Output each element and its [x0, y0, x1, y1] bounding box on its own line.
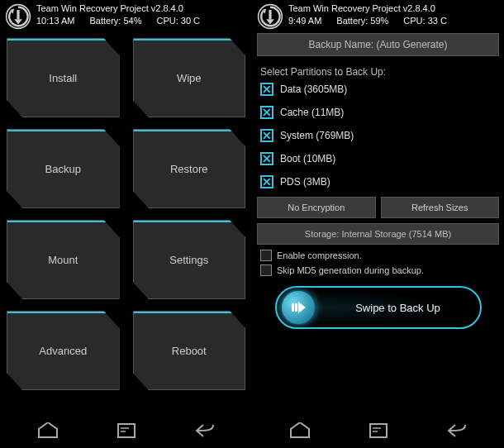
header-battery: Battery: 54%: [89, 16, 141, 26]
backup-name-button[interactable]: Backup Name: (Auto Generate): [257, 33, 499, 56]
screen-backup: Team Win Recovery Project v2.8.4.0 9:49 …: [252, 0, 504, 448]
header-info: Team Win Recovery Project v2.8.4.0 10:13…: [36, 3, 247, 26]
tile-label: Advanced: [39, 345, 87, 357]
checkbox-icon: [260, 265, 272, 276]
tile-label: Settings: [169, 254, 208, 266]
console-icon[interactable]: [362, 417, 395, 444]
checkbox-icon: ✕: [260, 129, 273, 142]
nav-bar: [252, 413, 504, 448]
svg-rect-7: [269, 10, 271, 19]
header-info: Team Win Recovery Project v2.8.4.0 9:49 …: [288, 3, 499, 26]
header: Team Win Recovery Project v2.8.4.0 10:13…: [0, 0, 252, 30]
select-partitions-label: Select Partitions to Back Up:: [252, 60, 504, 83]
header-stats: 10:13 AM Battery: 54% CPU: 30 C: [36, 16, 247, 26]
partition-checkbox-data[interactable]: ✕ Data (3605MB): [260, 83, 496, 96]
no-encryption-button[interactable]: No Encryption: [257, 197, 376, 218]
svg-marker-11: [298, 302, 306, 313]
tile-label: Reboot: [172, 345, 207, 357]
twrp-logo-icon: [257, 3, 283, 30]
header-battery: Battery: 59%: [336, 16, 388, 26]
partition-checkbox-pds[interactable]: ✕ PDS (3MB): [260, 175, 496, 188]
partition-checkbox-boot[interactable]: ✕ Boot (10MB): [260, 152, 496, 165]
back-icon[interactable]: [440, 417, 473, 444]
main-menu-grid: Install Wipe Backup Restore Mount Settin…: [0, 30, 252, 413]
back-icon[interactable]: [188, 417, 221, 444]
partition-label: PDS (3MB): [280, 176, 330, 188]
header-time: 9:49 AM: [288, 16, 321, 26]
partition-checkbox-cache[interactable]: ✕ Cache (11MB): [260, 106, 496, 119]
header-title: Team Win Recovery Project v2.8.4.0: [36, 3, 247, 13]
home-icon[interactable]: [283, 417, 316, 444]
svg-rect-9: [292, 303, 294, 312]
refresh-sizes-button[interactable]: Refresh Sizes: [381, 197, 500, 218]
tile-label: Wipe: [177, 72, 202, 84]
tile-advanced[interactable]: Advanced: [7, 311, 120, 390]
header-cpu: CPU: 33 C: [403, 16, 447, 26]
checkbox-icon: ✕: [260, 83, 273, 96]
tile-label: Backup: [45, 163, 81, 175]
swipe-handle-icon: [280, 289, 316, 326]
tile-install[interactable]: Install: [7, 38, 120, 117]
checkbox-icon: [260, 250, 272, 261]
header-stats: 9:49 AM Battery: 59% CPU: 33 C: [288, 16, 499, 26]
header-title: Team Win Recovery Project v2.8.4.0: [288, 3, 499, 13]
home-icon[interactable]: [31, 417, 64, 444]
option-label: Skip MD5 generation during backup.: [277, 265, 424, 275]
tile-wipe[interactable]: Wipe: [133, 38, 246, 117]
tile-backup[interactable]: Backup: [7, 129, 120, 208]
tile-label: Restore: [170, 163, 208, 175]
header: Team Win Recovery Project v2.8.4.0 9:49 …: [252, 0, 504, 30]
svg-rect-4: [118, 424, 135, 437]
nav-bar: [0, 413, 252, 448]
tile-label: Mount: [48, 254, 78, 266]
button-row: No Encryption Refresh Sizes: [252, 188, 504, 222]
tile-mount[interactable]: Mount: [7, 220, 120, 299]
screen-main-menu: Team Win Recovery Project v2.8.4.0 10:13…: [0, 0, 252, 448]
tile-label: Install: [49, 72, 77, 84]
svg-rect-10: [295, 303, 297, 312]
checkbox-icon: ✕: [260, 152, 273, 165]
partition-label: System (769MB): [280, 130, 354, 141]
storage-button[interactable]: Storage: Internal Storage (7514 MB): [257, 223, 499, 245]
svg-rect-12: [370, 424, 387, 437]
checkbox-icon: ✕: [260, 106, 273, 119]
tile-restore[interactable]: Restore: [133, 129, 246, 208]
partition-label: Boot (10MB): [280, 153, 335, 164]
partition-list: ✕ Data (3605MB) ✕ Cache (11MB) ✕ System …: [252, 83, 504, 188]
svg-marker-8: [266, 19, 274, 24]
partition-checkbox-system[interactable]: ✕ System (769MB): [260, 129, 496, 142]
enable-compression-checkbox[interactable]: Enable compression.: [260, 250, 496, 261]
svg-marker-3: [14, 19, 22, 24]
partition-label: Cache (11MB): [280, 107, 344, 118]
tile-settings[interactable]: Settings: [133, 220, 246, 299]
partition-label: Data (3605MB): [280, 83, 347, 95]
swipe-label: Swipe to Back Up: [316, 302, 480, 314]
tile-reboot[interactable]: Reboot: [133, 311, 246, 390]
svg-rect-2: [17, 10, 19, 19]
console-icon[interactable]: [110, 417, 143, 444]
option-label: Enable compression.: [277, 250, 362, 260]
skip-md5-checkbox[interactable]: Skip MD5 generation during backup.: [260, 265, 496, 276]
checkbox-icon: ✕: [260, 175, 273, 188]
options: Enable compression. Skip MD5 generation …: [252, 248, 504, 278]
header-cpu: CPU: 30 C: [156, 16, 200, 26]
twrp-logo-icon: [5, 3, 31, 30]
swipe-to-backup-slider[interactable]: Swipe to Back Up: [275, 286, 482, 329]
header-time: 10:13 AM: [36, 16, 74, 26]
